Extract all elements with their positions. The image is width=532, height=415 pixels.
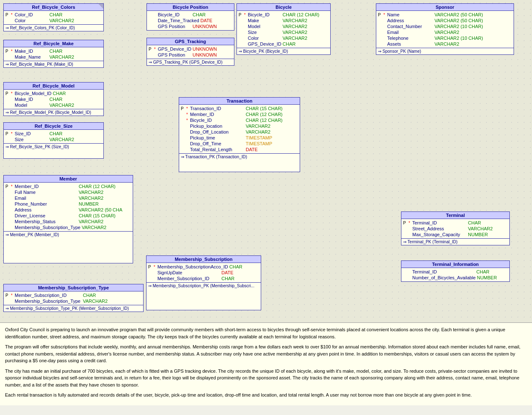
table-row: Bicycle_ID CHAR: [149, 12, 232, 18]
field-name: Phone_Number: [15, 201, 77, 206]
entity-header: Bicycle Position: [147, 4, 234, 11]
table-row: Size VARCHAR2: [5, 137, 102, 142]
table-row: Address VARCHAR2 (50 CHAR): [378, 18, 512, 23]
entity-body: P * Name VARCHAR2 (50 CHAR) Address VARC…: [376, 11, 514, 48]
table-row: Drop_Off_Time TIMESTAMP: [181, 141, 298, 147]
entity-terminal-information[interactable]: Terminal_Information Terminal_ID CHAR Nu…: [401, 260, 510, 282]
entity-body: P * Color_ID CHAR Color VARCHAR2: [4, 11, 103, 24]
field-name: Make_Name: [15, 54, 48, 59]
pk-line: ⇒ Ref_Bicycle_Size_PK (Size_ID): [4, 143, 103, 150]
mandatory-marker: *: [11, 91, 13, 96]
field-type: CHAR: [468, 220, 481, 225]
table-row: Pickup_time TIMESTAMP: [181, 135, 298, 141]
field-type: VARCHAR2: [49, 18, 74, 23]
mandatory-marker: *: [186, 118, 189, 123]
table-row: P * Bicycle_Model_ID CHAR: [5, 90, 102, 96]
field-type: CHAR: [221, 276, 234, 281]
field-name: Total_Rental_Length: [190, 147, 244, 152]
mandatory-marker: *: [11, 49, 13, 54]
field-name: Pickup_location: [190, 124, 244, 129]
field-name: GPS Position: [158, 24, 191, 29]
table-row: Membership_Subscription_Type VARCHAR2: [5, 298, 141, 304]
field-type: CHAR: [49, 49, 62, 54]
field-type: TIMESTAMP: [246, 141, 272, 146]
entity-bicycle[interactable]: Bicycle P * Bicycle_ID CHAR (12 CHAR) Ma…: [236, 3, 331, 55]
field-name: Name: [387, 12, 433, 17]
field-type: VARCHAR2: [79, 190, 103, 195]
field-type: CHAR: [49, 97, 62, 102]
field-type: VARCHAR2: [283, 30, 307, 35]
table-row: Email VARCHAR2: [378, 29, 512, 35]
mandatory-marker: *: [11, 131, 13, 136]
entity-member[interactable]: Member P * Member_ID CHAR (12 CHAR) Full…: [3, 175, 133, 263]
entity-body: P * Size_ID CHAR Size VARCHAR2: [4, 130, 103, 143]
field-name: Bicycle_ID: [190, 118, 244, 123]
entity-gps-tracking[interactable]: GPS_Tracking P * GPS_Device_ID UNKNOWN G…: [146, 38, 234, 66]
entity-membership-subscription-type[interactable]: Membership_Subscription_Type P * Member_…: [3, 284, 144, 312]
pk-line: ⇒ Ref_Bicycle_Model_PK (Bicycle_Model_ID…: [4, 109, 103, 116]
field-type: VARCHAR2: [283, 24, 307, 29]
table-row: * Bicycle_ID CHAR (12 CHAR): [181, 117, 298, 123]
field-name: Bicycle_ID: [158, 12, 191, 17]
field-type: VARCHAR2 (50 CHAR): [434, 18, 483, 23]
entity-transaction[interactable]: Transaction P * Transaction_ID CHAR (15 …: [179, 97, 300, 172]
field-name: Member_Subscription_ID: [15, 293, 82, 298]
pk-marker: P: [5, 131, 10, 136]
table-row: SignUpDate DATE: [148, 270, 259, 276]
pk-line: ⇒ Sponsor_PK (Name): [376, 48, 514, 54]
description-paragraph-4: Each rental transaction is fully automat…: [5, 392, 527, 399]
field-type: NUMBER: [468, 232, 488, 237]
field-name: Membership_SubscriptionAcco_ID: [157, 264, 228, 269]
field-name: Make: [248, 18, 281, 23]
entity-sponsor[interactable]: Sponsor P * Name VARCHAR2 (50 CHAR) Addr…: [376, 3, 514, 55]
field-type: NUMBER: [477, 275, 497, 280]
mandatory-marker: *: [186, 112, 189, 117]
field-name: Member_ID: [190, 112, 244, 117]
pk-line: ⇒ Transaction_PK (Transaction_ID): [179, 153, 300, 160]
field-name: Make_ID: [15, 97, 48, 102]
table-row: GPS Position UNKNOWN: [149, 23, 232, 29]
entity-membership-subscription[interactable]: Membership_Subscription P * Membership_S…: [146, 255, 261, 310]
field-name: Full Name: [15, 190, 77, 195]
table-row: Membership_Subscription_Type VARCHAR2: [5, 224, 131, 230]
field-name: Model: [15, 103, 48, 108]
entity-header: Transaction: [179, 98, 300, 105]
field-name: Drop_Off_Location: [190, 129, 244, 134]
entity-terminal[interactable]: Terminal P * Terminal_ID CHAR Street_Add…: [401, 211, 510, 245]
field-type: VARCHAR2: [79, 196, 103, 201]
field-name: GPS Position: [158, 52, 191, 57]
field-type: CHAR: [476, 269, 489, 274]
pk-line: ⇒ Bicycle_PK (Bicycle_ID): [237, 48, 330, 54]
field-type: VARCHAR2: [246, 124, 270, 129]
field-name: Email: [387, 30, 433, 35]
field-name: SignUpDate: [157, 270, 220, 275]
entity-bicycle-position[interactable]: Bicycle Position Bicycle_ID CHAR Date_Ti…: [146, 3, 234, 31]
field-type: VARCHAR2: [468, 226, 493, 231]
entity-ref-bicycle-make[interactable]: Ref_Bicycle_Make P * Make_ID CHAR Make_N…: [3, 40, 104, 68]
entity-body: P * Bicycle_Model_ID CHAR Make_ID CHAR M…: [4, 90, 103, 109]
field-name: Member_Subscription_ID: [157, 276, 220, 281]
field-name: Make_ID: [15, 49, 48, 54]
field-type: UNKNOWN: [193, 46, 217, 52]
description-paragraph-3: The city has made an initial purchase of…: [5, 368, 527, 389]
field-name: Membership_Subscription_Type: [15, 225, 80, 230]
table-row: Date_Time_Tracked DATE: [149, 18, 232, 23]
field-name: Terminal_ID: [412, 220, 467, 225]
table-row: Max_Storage_Capacity NUMBER: [403, 232, 508, 237]
entity-ref-bicycle-colors[interactable]: Ref_Bicycle_Colors P * Color_ID CHAR Col…: [3, 3, 104, 31]
entity-ref-bicycle-model[interactable]: Ref_Bicycle_Model P * Bicycle_Model_ID C…: [3, 82, 104, 116]
table-row: Telephone VARCHAR2 (10 CHAR): [378, 35, 512, 41]
table-row: Color VARCHAR2: [239, 35, 329, 41]
entity-body: P * Membership_SubscriptionAcco_ID CHAR …: [146, 263, 261, 282]
entity-body: Bicycle_ID CHAR Date_Time_Tracked DATE G…: [147, 11, 234, 30]
table-row: P * Color_ID CHAR: [5, 12, 102, 18]
table-row: Member_Subscription_ID CHAR: [148, 276, 259, 281]
field-name: Color_ID: [15, 12, 48, 17]
entity-body: P * Member_ID CHAR (12 CHAR) Full Name V…: [4, 183, 133, 231]
table-row: P * Membership_SubscriptionAcco_ID CHAR: [148, 264, 259, 270]
field-name: Email: [15, 196, 77, 201]
field-name: Size: [15, 137, 48, 142]
field-type: TIMESTAMP: [246, 135, 272, 140]
table-row: Model VARCHAR2: [5, 102, 102, 108]
entity-ref-bicycle-size[interactable]: Ref_Bicycle_Size P * Size_ID CHAR Size V…: [3, 122, 104, 159]
